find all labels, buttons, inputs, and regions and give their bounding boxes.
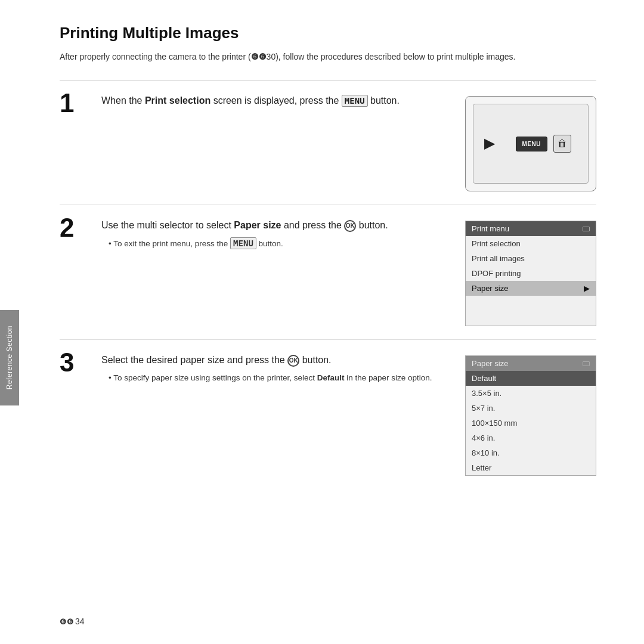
print-menu-header: Print menu	[466, 221, 596, 236]
paper-item-5x7: 5×7 in.	[466, 401, 596, 416]
intro-text: After properly connecting the camera to …	[60, 51, 549, 63]
step-2-menu-kbd: MENU	[230, 237, 256, 249]
step-3-bullet: To specify paper size using settings on …	[101, 372, 453, 384]
footer-page-number: 34	[75, 617, 85, 626]
step-1: 1 When the Print selection screen is dis…	[60, 80, 596, 205]
camera-buttons: MENU 🗑	[516, 135, 571, 153]
menu-item-print-all: Print all images	[466, 251, 596, 266]
page: Reference Section Printing Multiple Imag…	[0, 0, 644, 644]
paper-size-arrow: ▶	[584, 284, 590, 293]
step-1-menu-kbd: MENU	[342, 95, 368, 107]
side-tab-label: Reference Section	[5, 326, 14, 389]
step-1-content: When the Print selection screen is displ…	[101, 94, 453, 113]
step-2-image: Print menu Print selection Print all ima…	[465, 221, 596, 326]
step-3-text: Select the desired paper size and press …	[101, 353, 453, 367]
step-1-bold: Print selection	[145, 95, 210, 106]
ok-button-icon: OK	[344, 220, 356, 232]
print-menu-box: Print menu Print selection Print all ima…	[465, 221, 596, 326]
step-2-text: Use the multi selector to select Paper s…	[101, 218, 453, 233]
step-3: 3 Select the desired paper size and pres…	[60, 340, 596, 489]
paper-item-100x150: 100×150 mm	[466, 416, 596, 431]
step-3-content: Select the desired paper size and press …	[101, 353, 453, 384]
trash-button-camera: 🗑	[553, 135, 571, 153]
camera-arrow-icon: ▶	[484, 136, 494, 151]
step-1-text: When the Print selection screen is displ…	[101, 94, 453, 108]
paper-item-default: Default	[466, 371, 596, 386]
step-2-bullet: To exit the print menu, press the MENU b…	[101, 237, 453, 250]
print-menu-header-label: Print menu	[472, 224, 509, 233]
step-1-number: 1	[60, 90, 89, 116]
paper-size-header: Paper size	[466, 356, 596, 371]
page-title: Printing Multiple Images	[60, 24, 596, 42]
paper-item-8x10: 8×10 in.	[466, 445, 596, 460]
step-1-image: ▶ MENU 🗑	[465, 96, 596, 191]
paper-item-letter: Letter	[466, 460, 596, 475]
step-3-image: Paper size Default 3.5×5 in. 5×7 in. 100…	[465, 355, 596, 476]
step-2-bold: Paper size	[234, 220, 281, 230]
side-tab: Reference Section	[0, 310, 19, 405]
camera-box: ▶ MENU 🗑	[465, 96, 596, 191]
paper-item-35x5: 3.5×5 in.	[466, 386, 596, 401]
menu-header-icon	[583, 227, 590, 231]
footer: ❻❻ 34	[60, 617, 85, 626]
camera-inner: ▶ MENU 🗑	[473, 104, 589, 184]
ok-button-icon-2: OK	[287, 355, 299, 367]
menu-empty-space	[466, 296, 596, 326]
paper-size-header-label: Paper size	[472, 359, 508, 368]
paper-size-box: Paper size Default 3.5×5 in. 5×7 in. 100…	[465, 355, 596, 476]
menu-item-paper-size: Paper size ▶	[466, 281, 596, 296]
paper-header-icon	[583, 361, 590, 366]
step-2-number: 2	[60, 215, 89, 241]
step-2: 2 Use the multi selector to select Paper…	[60, 205, 596, 340]
step-3-bold: Default	[317, 373, 345, 382]
step-2-content: Use the multi selector to select Paper s…	[101, 218, 453, 250]
menu-item-dpof: DPOF printing	[466, 266, 596, 281]
paper-item-4x6: 4×6 in.	[466, 431, 596, 445]
step-3-number: 3	[60, 349, 89, 376]
menu-item-print-selection: Print selection	[466, 236, 596, 251]
menu-button-camera: MENU	[516, 137, 547, 151]
footer-icon: ❻❻	[60, 617, 74, 626]
